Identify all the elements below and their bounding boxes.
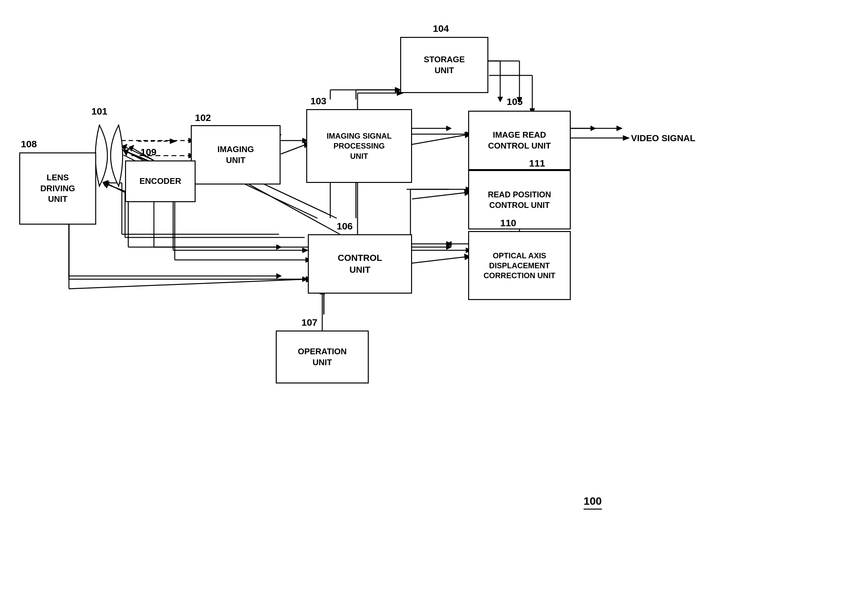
label-102: 102 bbox=[195, 112, 211, 123]
svg-marker-1 bbox=[170, 139, 176, 144]
label-109: 109 bbox=[140, 146, 156, 158]
lens-driving-block: LENSDRIVINGUNIT bbox=[19, 152, 96, 225]
operation-unit-block: OPERATIONUNIT bbox=[276, 331, 369, 383]
svg-marker-31 bbox=[276, 244, 282, 250]
svg-marker-5 bbox=[446, 126, 452, 131]
svg-line-112 bbox=[412, 192, 466, 199]
imaging-unit-block: IMAGINGUNIT bbox=[191, 125, 280, 185]
storage-unit-block: STORAGEUNIT bbox=[400, 37, 489, 93]
encoder-block: ENCODER bbox=[125, 160, 196, 202]
imaging-signal-block: IMAGING SIGNALPROCESSINGUNIT bbox=[306, 109, 412, 183]
svg-marker-21 bbox=[446, 241, 452, 247]
svg-marker-34 bbox=[276, 274, 282, 278]
label-107: 107 bbox=[301, 317, 317, 328]
svg-marker-77 bbox=[303, 248, 308, 253]
diagram: 101 IMAGINGUNIT 102 IMAGING SIGNALPROCES… bbox=[0, 0, 868, 593]
control-unit-block: CONTROLUNIT bbox=[308, 234, 412, 294]
optical-axis-block: OPTICAL AXISDISPLACEMENTCORRECTION UNIT bbox=[468, 231, 571, 300]
label-110: 110 bbox=[500, 217, 516, 228]
svg-line-102 bbox=[412, 135, 466, 144]
label-108: 108 bbox=[21, 139, 37, 149]
video-signal-label: VIDEO SIGNAL bbox=[631, 133, 695, 143]
label-101: 101 bbox=[92, 106, 108, 117]
svg-marker-80 bbox=[303, 277, 308, 282]
read-position-block: READ POSITIONCONTROL UNIT bbox=[468, 170, 571, 229]
svg-marker-40 bbox=[129, 145, 134, 151]
svg-marker-105 bbox=[623, 135, 629, 140]
svg-line-122 bbox=[69, 279, 308, 289]
system-label-100: 100 bbox=[583, 495, 602, 510]
label-111: 111 bbox=[529, 158, 545, 169]
svg-marker-8 bbox=[395, 87, 400, 92]
label-105: 105 bbox=[506, 96, 523, 107]
svg-marker-62 bbox=[617, 126, 622, 131]
label-106: 106 bbox=[337, 221, 353, 232]
svg-marker-13 bbox=[590, 126, 596, 131]
image-read-control-block: IMAGE READCONTROL UNIT bbox=[468, 111, 571, 170]
svg-marker-25 bbox=[446, 241, 452, 247]
label-103: 103 bbox=[310, 96, 326, 106]
label-104: 104 bbox=[433, 23, 449, 34]
svg-line-94 bbox=[281, 144, 306, 154]
svg-marker-46 bbox=[446, 244, 452, 250]
svg-line-110 bbox=[241, 180, 340, 234]
svg-line-114 bbox=[412, 257, 466, 263]
svg-marker-11 bbox=[497, 97, 503, 102]
